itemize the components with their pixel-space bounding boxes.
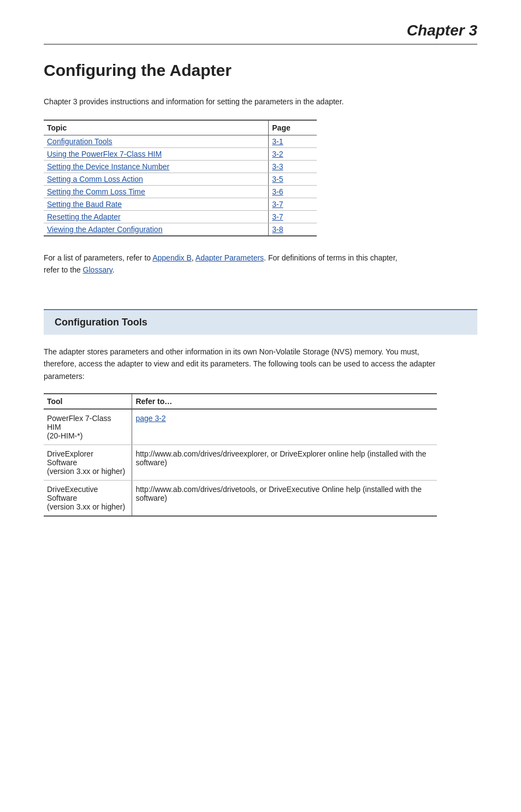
toc-row: Setting a Comm Loss Action3-5 bbox=[44, 173, 317, 186]
toc-topic-link[interactable]: Configuration Tools bbox=[47, 137, 113, 146]
toc-row: Configuration Tools3-1 bbox=[44, 135, 317, 148]
toc-topic-link[interactable]: Viewing the Adapter Configuration bbox=[47, 225, 162, 234]
toc-topic-cell: Setting the Device Instance Number bbox=[44, 161, 269, 173]
ref-text-before: For a list of parameters, refer to bbox=[44, 253, 152, 262]
toc-topic-cell: Using the PowerFlex 7-Class HIM bbox=[44, 148, 269, 161]
toc-row: Setting the Baud Rate3-7 bbox=[44, 198, 317, 211]
toc-row: Setting the Comm Loss Time3-6 bbox=[44, 186, 317, 198]
toc-page-link[interactable]: 3-8 bbox=[272, 225, 283, 234]
toc-page-link[interactable]: 3-6 bbox=[272, 187, 283, 196]
tools-tool-cell: DriveExplorer Software(version 3.xx or h… bbox=[44, 444, 132, 480]
tools-refer-header: Refer to… bbox=[132, 394, 437, 409]
tools-row: PowerFlex 7-Class HIM(20-HIM-*)page 3-2 bbox=[44, 409, 437, 445]
glossary-link[interactable]: Glossary bbox=[83, 265, 113, 274]
toc-topic-cell: Setting the Comm Loss Time bbox=[44, 186, 269, 198]
tools-table: Tool Refer to… PowerFlex 7-Class HIM(20-… bbox=[44, 393, 437, 517]
toc-topic-link[interactable]: Resetting the Adapter bbox=[47, 212, 121, 221]
ref-text: For a list of parameters, refer to Appen… bbox=[44, 252, 415, 276]
toc-topic-link[interactable]: Setting the Baud Rate bbox=[47, 200, 122, 209]
toc-topic-link[interactable]: Setting a Comm Loss Action bbox=[47, 175, 143, 183]
tools-refer-cell: http://www.ab.com/drives/driveexplorer, … bbox=[132, 444, 437, 480]
chapter-header: Chapter 3 bbox=[44, 22, 477, 45]
toc-topic-cell: Configuration Tools bbox=[44, 135, 269, 148]
toc-page-cell: 3-1 bbox=[269, 135, 317, 148]
toc-topic-cell: Setting the Baud Rate bbox=[44, 198, 269, 211]
toc-page-cell: 3-6 bbox=[269, 186, 317, 198]
toc-table: Topic Page Configuration Tools3-1Using t… bbox=[44, 120, 317, 236]
toc-page-cell: 3-5 bbox=[269, 173, 317, 186]
section-body: The adapter stores parameters and other … bbox=[44, 346, 437, 382]
toc-page-link[interactable]: 3-5 bbox=[272, 175, 283, 183]
toc-page-cell: 3-2 bbox=[269, 148, 317, 161]
toc-page-link[interactable]: 3-7 bbox=[272, 200, 283, 209]
toc-page-header: Page bbox=[269, 120, 317, 135]
toc-row: Viewing the Adapter Configuration3-8 bbox=[44, 223, 317, 236]
tools-tool-cell: PowerFlex 7-Class HIM(20-HIM-*) bbox=[44, 409, 132, 445]
section-title: Configuration Tools bbox=[55, 317, 147, 328]
tools-refer-link[interactable]: page 3-2 bbox=[135, 414, 165, 423]
toc-page-link[interactable]: 3-1 bbox=[272, 137, 283, 146]
toc-page-cell: 3-8 bbox=[269, 223, 317, 236]
adapter-params-link[interactable]: Adapter Parameters bbox=[196, 253, 264, 262]
ref-text-end: . bbox=[113, 265, 115, 274]
toc-topic-cell: Viewing the Adapter Configuration bbox=[44, 223, 269, 236]
config-tools-section-header: Configuration Tools bbox=[44, 309, 477, 335]
toc-topic-cell: Resetting the Adapter bbox=[44, 211, 269, 223]
toc-row: Using the PowerFlex 7-Class HIM3-2 bbox=[44, 148, 317, 161]
toc-topic-link[interactable]: Using the PowerFlex 7-Class HIM bbox=[47, 150, 162, 158]
toc-page-link[interactable]: 3-2 bbox=[272, 150, 283, 158]
appendix-b-link[interactable]: Appendix B bbox=[152, 253, 192, 262]
page-container: Chapter 3 Configuring the Adapter Chapte… bbox=[0, 0, 521, 549]
toc-row: Setting the Device Instance Number3-3 bbox=[44, 161, 317, 173]
tools-row: DriveExplorer Software(version 3.xx or h… bbox=[44, 444, 437, 480]
toc-page-cell: 3-7 bbox=[269, 198, 317, 211]
tools-tool-cell: DriveExecutive Software(version 3.xx or … bbox=[44, 480, 132, 516]
toc-topic-link[interactable]: Setting the Device Instance Number bbox=[47, 162, 169, 171]
toc-page-link[interactable]: 3-7 bbox=[272, 212, 283, 221]
toc-topic-header: Topic bbox=[44, 120, 269, 135]
tools-tool-header: Tool bbox=[44, 394, 132, 409]
toc-topic-cell: Setting a Comm Loss Action bbox=[44, 173, 269, 186]
chapter-label: Chapter 3 bbox=[407, 22, 477, 39]
intro-text: Chapter 3 provides instructions and info… bbox=[44, 96, 399, 108]
toc-topic-link[interactable]: Setting the Comm Loss Time bbox=[47, 187, 145, 196]
toc-page-cell: 3-7 bbox=[269, 211, 317, 223]
toc-page-link[interactable]: 3-3 bbox=[272, 162, 283, 171]
toc-page-cell: 3-3 bbox=[269, 161, 317, 173]
tools-refer-cell: page 3-2 bbox=[132, 409, 437, 445]
page-title: Configuring the Adapter bbox=[44, 61, 477, 80]
ref-text-middle: , bbox=[192, 253, 196, 262]
tools-refer-cell: http://www.ab.com/drives/drivetools, or … bbox=[132, 480, 437, 516]
toc-row: Resetting the Adapter3-7 bbox=[44, 211, 317, 223]
tools-row: DriveExecutive Software(version 3.xx or … bbox=[44, 480, 437, 516]
